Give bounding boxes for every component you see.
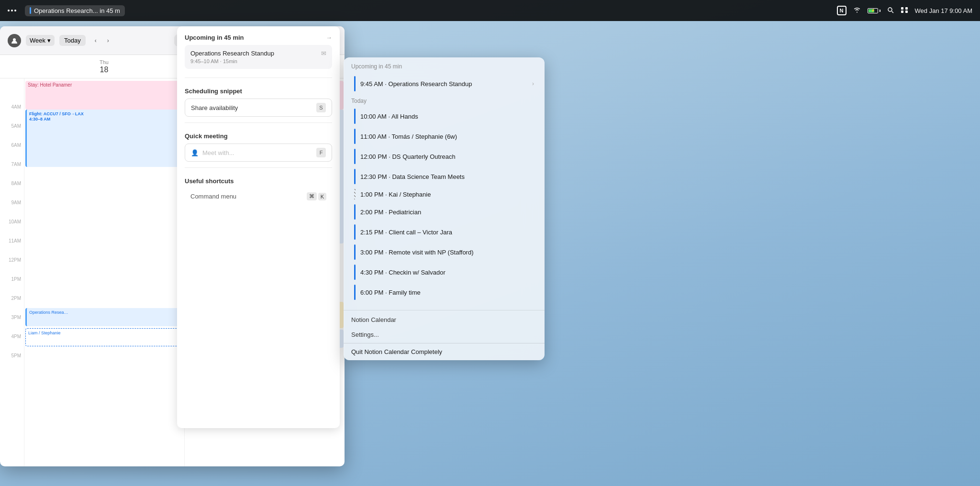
dropdown-event[interactable]: 11:00 AM · Tomás / Stephanie (6w) (351, 126, 537, 146)
upcoming-event-time: 9:45–10 AM (190, 58, 219, 64)
upcoming-event-card[interactable]: Operations Research Standup ✉ 9:45–10 AM… (185, 45, 332, 69)
shortcuts-section: Useful shortcuts Command menu ⌘ K (177, 170, 340, 208)
dropdown-event[interactable]: 1:00 PM · Kai / Stephanie (351, 187, 537, 202)
dropdown-today-label: Today (351, 98, 537, 104)
notion-calendar-link[interactable]: Notion Calendar (344, 312, 545, 327)
wifi-icon[interactable] (853, 7, 861, 14)
event-indicator (354, 285, 356, 300)
event-indicator-striped (354, 189, 356, 199)
view-dropdown[interactable]: Week ▾ (26, 35, 55, 46)
settings-link[interactable]: Settings... (344, 327, 545, 342)
upcoming-event-title: Operations Research Standup (190, 50, 274, 57)
upcoming-arrow[interactable]: → (326, 34, 332, 41)
battery-icon: ⚡ (868, 8, 880, 13)
svg-rect-4 (901, 11, 903, 13)
dropdown-event[interactable]: 3:00 PM · Remote visit with NP (Stafford… (351, 242, 537, 262)
dropdown-event[interactable]: 2:15 PM · Client call – Victor Jara (351, 222, 537, 242)
control-center-icon[interactable] (901, 7, 908, 15)
dropdown-event[interactable]: 12:00 PM · DS Quarterly Outreach (351, 146, 537, 166)
event-indicator (354, 204, 356, 220)
k-key: K (318, 193, 326, 200)
divider (185, 122, 332, 123)
upcoming-title: Upcoming in 45 min (185, 34, 244, 41)
calendar-nav: ‹ › (90, 35, 113, 46)
upcoming-section: Upcoming in 45 min → Operations Research… (177, 26, 340, 76)
svg-line-1 (891, 11, 893, 13)
cmd-key: ⌘ (307, 192, 317, 200)
dropdown-upcoming-label: Upcoming in 45 min (351, 63, 537, 70)
dropdown-event[interactable]: 4:30 PM · Checkin w/ Salvador (351, 262, 537, 282)
quick-meeting-title: Quick meeting (185, 133, 228, 140)
menubar-event-text: Operations Research... in 45 m (34, 7, 120, 14)
event-indicator (354, 129, 356, 144)
share-avail-label: Share availability (191, 104, 238, 111)
event-color-indicator (30, 7, 31, 14)
dropdown-event[interactable]: 6:00 PM · Family time (351, 282, 537, 302)
search-icon[interactable] (887, 7, 894, 15)
shortcut-row: Command menu ⌘ K (185, 188, 332, 204)
event-indicator (354, 224, 356, 240)
day-header-thu: Thu 18 (24, 59, 184, 74)
dropdown-upcoming-event-text: 9:45 AM · Operations Research Standup (360, 80, 532, 88)
cal-event[interactable]: Stay: Hotel Panamer (25, 81, 183, 110)
scheduling-title: Scheduling snippet (185, 88, 242, 95)
event-indicator (354, 265, 356, 280)
menubar-datetime: Wed Jan 17 9:00 AM (915, 7, 972, 14)
user-avatar[interactable] (8, 34, 21, 47)
cal-event[interactable]: Flight: ACCU7 / SFO→LAX4:30–8 AM (25, 110, 183, 167)
svg-rect-5 (905, 11, 908, 13)
dropdown-event[interactable]: 12:30 PM · Data Science Team Meets (351, 166, 537, 187)
dropdown-event[interactable]: 2:00 PM · Pediatrician (351, 202, 537, 222)
notion-icon[interactable]: N (837, 6, 846, 15)
event-indicator (354, 109, 356, 124)
today-button[interactable]: Today (59, 35, 86, 46)
shortcut-label: Command menu (190, 193, 236, 200)
quick-meeting-section: Quick meeting 👤 Meet with... F (177, 125, 340, 166)
divider (185, 77, 332, 78)
menubar-event-pill[interactable]: Operations Research... in 45 m (25, 5, 125, 16)
upcoming-event-duration: 15min (223, 58, 237, 64)
event-indicator (354, 149, 356, 164)
mail-icon: ✉ (321, 50, 326, 57)
dropdown-menu: Upcoming in 45 min 9:45 AM · Operations … (344, 57, 545, 360)
menubar-dots (8, 10, 16, 11)
time-gutter: 4AM 5AM 6AM 7AM 8AM 9AM 10AM 11AM 12PM 1… (0, 78, 24, 466)
dropdown-separator (344, 310, 545, 310)
cal-event[interactable]: Operations Resea… (25, 308, 183, 326)
share-availability-button[interactable]: Share availability S (185, 99, 332, 117)
dropdown-upcoming-event[interactable]: 9:45 AM · Operations Research Standup › (351, 74, 537, 94)
meet-with-placeholder: Meet with... (202, 149, 234, 156)
shortcuts-title: Useful shortcuts (185, 177, 234, 185)
prev-button[interactable]: ‹ (90, 35, 101, 46)
next-button[interactable]: › (103, 35, 113, 46)
event-indicator (354, 244, 356, 260)
thu-column: Stay: Hotel Panamer Flight: ACCU7 / SFO→… (24, 78, 184, 466)
cal-event[interactable]: Liam / Stephanie (25, 328, 183, 346)
shortcut-keys: ⌘ K (307, 192, 326, 200)
svg-point-0 (888, 8, 892, 11)
svg-rect-2 (901, 7, 903, 10)
quick-meet-key-badge: F (316, 148, 326, 157)
event-indicator (354, 76, 356, 91)
scheduling-section: Scheduling snippet Share availability S (177, 80, 340, 121)
quick-meeting-input[interactable]: 👤 Meet with... F (185, 144, 332, 162)
dropdown-event[interactable]: 10:00 AM · All Hands (351, 106, 537, 126)
menubar: Operations Research... in 45 m N ⚡ (0, 0, 980, 21)
chevron-right-icon: › (532, 80, 534, 87)
mini-panel: Upcoming in 45 min → Operations Research… (177, 26, 340, 428)
quit-button[interactable]: Quit Notion Calendar Completely (344, 343, 545, 360)
svg-rect-3 (905, 7, 908, 10)
person-icon: 👤 (191, 149, 199, 156)
share-key-badge: S (316, 103, 326, 112)
event-indicator (354, 169, 356, 184)
dropdown-upcoming-section: Upcoming in 45 min 9:45 AM · Operations … (344, 57, 545, 308)
divider (185, 167, 332, 168)
